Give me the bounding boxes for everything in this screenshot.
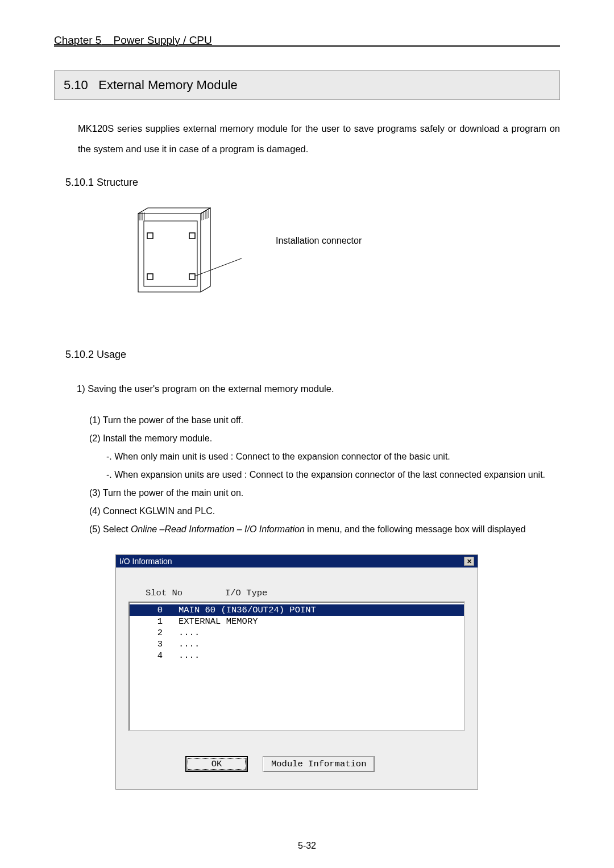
- page-number: 5-32: [0, 841, 614, 851]
- step-2b: -. When expansion units are used : Conne…: [106, 466, 560, 484]
- table-row[interactable]: 0 MAIN 60 (IN36/OUT24) POINT: [130, 604, 464, 616]
- slot-cell: 3: [130, 639, 179, 649]
- table-row[interactable]: 4 ....: [130, 650, 464, 661]
- step-2a: -. When only main unit is used : Connect…: [106, 448, 560, 466]
- step-5: (5) Select Online –Read Information – I/…: [89, 520, 560, 539]
- module-information-button[interactable]: Module Information: [263, 756, 375, 772]
- chapter-label: Chapter 5 Power Supply / CPU: [54, 34, 212, 47]
- step-3: (3) Turn the power of the main unit on.: [89, 484, 560, 502]
- type-cell: ....: [179, 650, 200, 661]
- type-cell: EXTERNAL MEMORY: [179, 616, 258, 627]
- table-row[interactable]: 3 ....: [130, 639, 464, 650]
- io-information-dialog: I/O Information ✕ Slot No I/O Type 0 MAI…: [115, 554, 478, 790]
- dialog-title: I/O Information: [119, 557, 172, 566]
- subsection-structure: 5.10.1 Structure: [65, 177, 560, 189]
- type-cell: ....: [179, 639, 200, 649]
- ok-button[interactable]: OK: [185, 756, 248, 772]
- slot-cell: 4: [130, 650, 179, 661]
- slot-cell: 1: [130, 616, 179, 627]
- dialog-titlebar[interactable]: I/O Information ✕: [116, 555, 478, 567]
- memory-module-drawing: [128, 201, 242, 298]
- col-type-header: I/O Type: [225, 588, 267, 598]
- step-1: (1) Turn the power of the base unit off.: [89, 411, 560, 429]
- table-row[interactable]: 1 EXTERNAL MEMORY: [130, 616, 464, 627]
- section-title-box: 5.10 External Memory Module: [54, 70, 560, 100]
- type-cell: ....: [179, 628, 200, 638]
- slot-cell: 0: [130, 605, 179, 615]
- close-icon[interactable]: ✕: [464, 557, 474, 566]
- table-row[interactable]: 2 ....: [130, 627, 464, 639]
- connector-label: Installation connector: [276, 236, 362, 246]
- step-5-menu-path: Online –Read Information – I/O Informati…: [131, 524, 305, 534]
- slot-cell: 2: [130, 628, 179, 638]
- chapter-header: Chapter 5 Power Supply / CPU: [54, 34, 560, 47]
- io-listbox[interactable]: 0 MAIN 60 (IN36/OUT24) POINT 1 EXTERNAL …: [128, 602, 465, 731]
- section-title-text: External Memory Module: [98, 78, 238, 92]
- dialog-body: Slot No I/O Type 0 MAIN 60 (IN36/OUT24) …: [116, 567, 478, 789]
- dialog-button-row: OK Module Information: [185, 756, 465, 772]
- step-2: (2) Install the memory module.: [89, 429, 560, 448]
- col-slot-header: Slot No: [146, 588, 225, 598]
- step-4: (4) Connect KGLWIN and PLC.: [89, 502, 560, 520]
- type-cell: MAIN 60 (IN36/OUT24) POINT: [179, 605, 316, 615]
- subsection-usage: 5.10.2 Usage: [65, 349, 560, 361]
- structure-figure: Installation connector: [128, 201, 560, 298]
- section-number: 5.10: [64, 78, 88, 92]
- usage-step-heading: 1) Saving the user's program on the exte…: [77, 383, 560, 394]
- usage-steps: (1) Turn the power of the base unit off.…: [89, 411, 560, 539]
- table-header: Slot No I/O Type: [128, 588, 465, 602]
- section-intro: MK120S series supplies external memory m…: [78, 118, 560, 160]
